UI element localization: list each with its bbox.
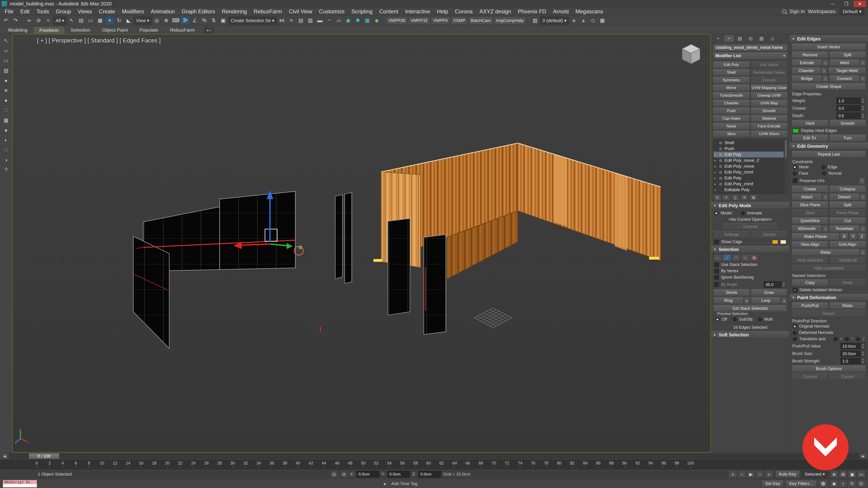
tab-selection[interactable]: Selection <box>65 26 96 34</box>
show-end-result-icon[interactable]: ≡ <box>722 194 730 201</box>
civil-view-icon[interactable]: ◈ <box>569 16 579 25</box>
render-setup-icon[interactable]: ✱ <box>353 16 362 25</box>
modifier-set-button[interactable]: Shell <box>713 69 750 76</box>
slice-plane-button[interactable]: Slice Plane <box>792 201 828 208</box>
ignore-backfacing-checkbox[interactable] <box>714 275 719 280</box>
polygon-subobject-icon[interactable]: ◇ <box>741 254 749 261</box>
tab-object-paint[interactable]: Object Paint <box>96 26 133 34</box>
select-by-name-icon[interactable]: ▤ <box>76 16 86 25</box>
set-keys-button[interactable]: ⊕ <box>819 480 828 488</box>
menu-item[interactable]: Graph Editors <box>178 8 219 15</box>
bind-spacewarp-icon[interactable]: ≈ <box>43 16 53 25</box>
hard-edge-color-swatch[interactable] <box>793 129 799 133</box>
ribbon-toggle-icon[interactable]: ▬ <box>315 16 324 25</box>
paste-button[interactable]: Paste <box>829 279 866 286</box>
mesh-tool-icon[interactable]: ▦ <box>1 116 11 125</box>
modifier-set-button[interactable]: Symmetry <box>713 77 750 84</box>
timeline-next-button[interactable]: ▶ <box>860 453 866 459</box>
menu-item[interactable]: Edit <box>17 8 33 15</box>
help-tool-icon[interactable]: ? <box>1 165 11 175</box>
split-button[interactable]: Split <box>829 52 866 58</box>
stack-scrollbar[interactable] <box>784 139 787 194</box>
modifier-set-button[interactable]: TurboSmooth <box>713 92 750 99</box>
spinner-snap-icon[interactable]: ⇅ <box>209 16 218 25</box>
modifier-set-button[interactable]: Noise <box>713 123 750 130</box>
ruler-tick[interactable]: 24 <box>191 461 196 468</box>
cage-color-swatch[interactable] <box>772 240 778 244</box>
maximize-button[interactable]: ❐ <box>840 1 852 7</box>
hide-unselected-button[interactable]: Hide Unselected <box>792 265 866 271</box>
perspective-viewport[interactable]: [ + ] [ Perspective ] [ Standard ] [ Edg… <box>12 34 711 453</box>
rollout-selection[interactable]: ▼ Selection <box>711 246 789 253</box>
constraint-none-radio[interactable] <box>793 165 797 169</box>
layer-explorer-icon[interactable]: ▥ <box>306 16 315 25</box>
ruler-tick[interactable]: 92 <box>635 461 640 468</box>
ring-spinner[interactable]: ▴ <box>744 297 750 304</box>
ruler-tick[interactable]: 76 <box>530 461 536 468</box>
ruler-tick[interactable]: 54 <box>387 461 392 468</box>
spinner-down-icon[interactable]: ▾ <box>861 116 865 119</box>
modifier-set-button[interactable]: UVW Mapping Clear <box>751 85 787 91</box>
select-move-icon[interactable]: + <box>105 16 114 25</box>
lighting-analysis-icon[interactable]: ◇ <box>588 16 597 25</box>
border-subobject-icon[interactable]: □ <box>732 254 740 261</box>
spinner-up-icon[interactable]: ▴ <box>861 98 865 101</box>
axis-z-radio[interactable] <box>856 337 860 341</box>
connect-settings-button[interactable]: □ <box>860 75 866 82</box>
percent-snap-icon[interactable]: % <box>199 16 209 25</box>
ruler-tick[interactable]: 26 <box>204 461 209 468</box>
select-rotate-icon[interactable]: ↻ <box>115 16 124 25</box>
blue-sphere-tool-icon[interactable]: ● <box>1 125 11 135</box>
scene-state-icon[interactable]: ▧ <box>530 16 539 25</box>
lightbulb-icon[interactable]: ⊙ <box>719 153 723 157</box>
ruler-tick[interactable]: 44 <box>321 461 327 468</box>
modifier-stack-row[interactable]: ▸ ⊙ Edit Poly <box>714 175 784 181</box>
ruler-tick[interactable]: 32 <box>243 461 248 468</box>
crease-spinner[interactable]: 0.0 ▴▾ <box>836 105 865 111</box>
bridge-button[interactable]: Bridge <box>792 75 822 82</box>
lightbulb-icon[interactable]: ⊙ <box>719 141 723 145</box>
modifier-stack-row[interactable]: ⊙ Push <box>714 146 784 152</box>
planar-x-button[interactable]: X <box>840 233 848 240</box>
commit-button[interactable]: Commit <box>722 223 778 230</box>
orbit-icon[interactable]: ↻ <box>848 480 856 487</box>
half-sphere-tool-icon[interactable]: ◐ <box>1 135 11 145</box>
ruler-tick[interactable]: 0 <box>34 461 39 468</box>
extrude-settings-button[interactable]: □ <box>822 59 828 66</box>
viewport-3d-scene[interactable] <box>13 34 710 452</box>
cut-button[interactable]: Cut <box>829 217 866 224</box>
modifier-set-button[interactable]: Edit Spline <box>751 61 787 68</box>
modifier-set-button[interactable]: Chamfer <box>713 100 750 107</box>
rebusfarm-logo[interactable] <box>802 423 849 471</box>
rollout-edit-edges[interactable]: ▼ Edit Edges <box>789 35 868 42</box>
go-to-start-button[interactable]: « <box>729 470 737 478</box>
menu-item[interactable]: Animation <box>147 8 178 15</box>
ruler-tick[interactable]: 10 <box>99 461 105 468</box>
select-tool-icon[interactable]: ↖ <box>1 36 11 45</box>
orange-sphere-tool-icon[interactable]: ● <box>1 96 11 105</box>
set-key-button[interactable]: Set Key <box>762 480 784 487</box>
sphere-tool-icon[interactable]: ● <box>1 76 11 85</box>
maxscript-mini-listener[interactable]: MAXScript Mi <box>3 480 37 488</box>
ref-coord-dropdown[interactable]: View ▾ <box>133 17 152 25</box>
ruler-tick[interactable]: 6 <box>73 461 79 468</box>
planar-z-button[interactable]: Z <box>858 233 866 240</box>
pin-stack-icon[interactable]: ⊙ <box>713 194 721 201</box>
create-tab[interactable]: + <box>713 35 723 42</box>
modifier-set-button[interactable]: Push <box>713 107 750 114</box>
expander-icon[interactable]: ▸ <box>715 188 718 192</box>
ruler-tick[interactable]: 42 <box>308 461 314 468</box>
expander-icon[interactable]: ▸ <box>715 170 718 174</box>
ribbon-minimize-control[interactable]: ▾ ▪ <box>204 27 213 34</box>
named-sets-dropdown[interactable]: Create Selection Se ▾ <box>228 17 277 25</box>
add-time-tag[interactable]: Add Time Tag <box>391 481 417 486</box>
spinner-down-icon[interactable]: ▾ <box>861 354 865 357</box>
window-crossing-icon[interactable]: ▦ <box>96 16 105 25</box>
menu-item[interactable]: Modifiers <box>119 8 147 15</box>
constraint-edge-radio[interactable] <box>822 165 826 169</box>
ruler-tick[interactable]: 52 <box>374 461 379 468</box>
extrude-button[interactable]: Extrude <box>792 59 822 66</box>
auto-key-button[interactable]: Auto Key <box>775 470 800 478</box>
brush-size-spinner[interactable]: 20.0cm ▴▾ <box>840 350 865 357</box>
play-button[interactable]: ▶ <box>747 470 755 478</box>
